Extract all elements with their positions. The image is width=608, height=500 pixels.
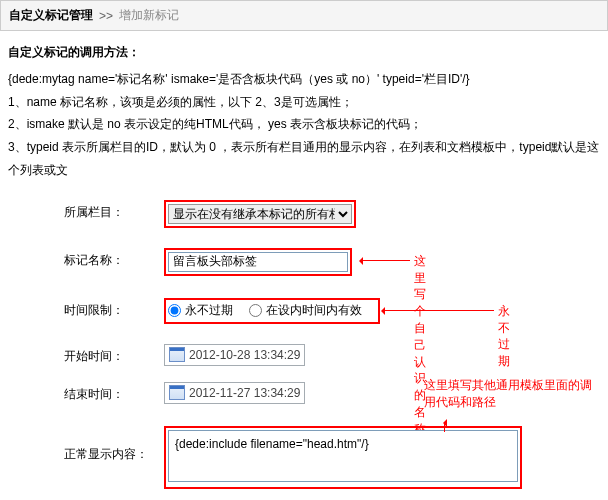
normalcontent-highlight [164,426,522,489]
normalcontent-textarea[interactable] [168,430,518,482]
normalcontent-arrow [444,422,445,432]
category-select[interactable]: 显示在没有继承本标记的所有栏目 [168,204,352,224]
page-header: 自定义标记管理 >> 增加新标记 [0,0,608,31]
timelimit-arrow [382,310,494,311]
tagname-highlight [164,248,352,276]
timelimit-highlight: 永不过期 在设内时间内有效 [164,298,380,324]
header-title: 自定义标记管理 [9,7,93,24]
usage-line3: 3、typeid 表示所属栏目的ID，默认为 0 ，表示所有栏目通用的显示内容，… [8,136,600,182]
timelimit-option1[interactable]: 永不过期 [168,302,233,319]
timelimit-label: 时间限制： [64,298,164,319]
tagname-label: 标记名称： [64,248,164,269]
tagname-input[interactable] [168,252,348,272]
endtime-label: 结束时间： [64,382,164,403]
endtime-input[interactable]: 2012-11-27 13:34:29 [164,382,305,404]
header-separator: >> [99,9,113,23]
tagname-arrow [360,260,410,261]
normalcontent-annotation: 这里填写其他通用模板里面的调用代码和路径 [424,377,594,411]
calendar-icon [169,385,185,400]
usage-title: 自定义标记的调用方法： [8,41,600,64]
timelimit-radio1[interactable] [168,304,181,317]
usage-line2: 2、ismake 默认是 no 表示设定的纯HTML代码， yes 表示含板块标… [8,113,600,136]
usage-line1: 1、name 标记名称，该项是必须的属性，以下 2、3是可选属性； [8,91,600,114]
usage-code: {dede:mytag name='标记名称' ismake='是否含板块代码（… [8,68,600,91]
calendar-icon [169,347,185,362]
timelimit-radio2[interactable] [249,304,262,317]
category-label: 所属栏目： [64,200,164,221]
normalcontent-label: 正常显示内容： [64,426,164,463]
starttime-input[interactable]: 2012-10-28 13:34:29 [164,344,305,366]
usage-instructions: 自定义标记的调用方法： {dede:mytag name='标记名称' isma… [8,41,600,182]
category-highlight: 显示在没有继承本标记的所有栏目 [164,200,356,228]
starttime-label: 开始时间： [64,344,164,365]
timelimit-option2[interactable]: 在设内时间内有效 [249,302,362,319]
header-action: 增加新标记 [119,7,179,24]
